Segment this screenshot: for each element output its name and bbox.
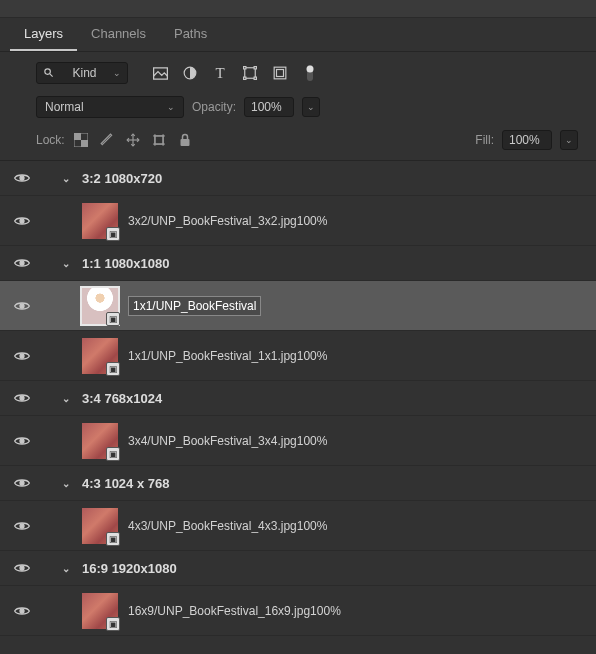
svg-point-0: [45, 68, 51, 74]
layer-name-label[interactable]: 3x4/UNP_BookFestival_3x4.jpg100%: [128, 434, 327, 448]
layer-group-row[interactable]: ⌄ 16:9 1920x1080: [0, 551, 596, 586]
svg-point-12: [307, 66, 314, 73]
layer-group-row[interactable]: ⌄ 3:2 1080x720: [0, 161, 596, 196]
visibility-toggle[interactable]: [10, 435, 34, 447]
svg-rect-7: [244, 77, 246, 79]
layer-group-row[interactable]: ⌄ 4:3 1024 x 768: [0, 466, 596, 501]
layer-thumbnail[interactable]: ▣: [82, 593, 118, 629]
blend-mode-dropdown[interactable]: Normal ⌄: [36, 96, 184, 118]
svg-rect-9: [274, 67, 286, 79]
layer-name-label[interactable]: 1x1/UNP_BookFestival_1x1.jpg100%: [128, 349, 327, 363]
svg-rect-10: [277, 70, 284, 77]
layer-row[interactable]: ▣ 1x1/UNP_BookFestival: [0, 281, 596, 331]
group-name[interactable]: 4:3 1024 x 768: [82, 476, 169, 491]
filter-shape-icon[interactable]: [242, 65, 258, 81]
search-icon: [43, 67, 54, 80]
lock-artboard-icon[interactable]: [151, 132, 167, 148]
lock-all-icon[interactable]: [177, 132, 193, 148]
group-name[interactable]: 3:2 1080x720: [82, 171, 162, 186]
group-name[interactable]: 1:1 1080x1080: [82, 256, 169, 271]
filter-adjustment-icon[interactable]: [182, 65, 198, 81]
filter-kind-dropdown[interactable]: Kind ⌄: [36, 62, 128, 84]
layer-name-label[interactable]: 4x3/UNP_BookFestival_4x3.jpg100%: [128, 519, 327, 533]
svg-point-32: [20, 524, 24, 528]
blend-mode-label: Normal: [45, 100, 84, 114]
layer-group-row[interactable]: ⌄ 3:4 768x1024: [0, 381, 596, 416]
layer-name-label[interactable]: 16x9/UNP_BookFestival_16x9.jpg100%: [128, 604, 341, 618]
svg-point-29: [20, 396, 24, 400]
filter-pixel-icon[interactable]: [152, 65, 168, 81]
layer-row[interactable]: ▣ 4x3/UNP_BookFestival_4x3.jpg100%: [0, 501, 596, 551]
filter-type-text-icon[interactable]: T: [212, 65, 228, 81]
layer-row[interactable]: ▣ 3x2/UNP_BookFestival_3x2.jpg100%: [0, 196, 596, 246]
lock-pixels-icon[interactable]: [99, 132, 115, 148]
chevron-down-icon: ⌄: [113, 68, 121, 78]
visibility-toggle[interactable]: [10, 215, 34, 227]
filter-type-icons: T: [152, 65, 318, 81]
svg-rect-14: [74, 133, 81, 140]
filter-toggle-switch[interactable]: [302, 65, 318, 81]
svg-point-34: [20, 609, 24, 613]
group-name[interactable]: 16:9 1920x1080: [82, 561, 177, 576]
lock-position-icon[interactable]: [125, 132, 141, 148]
visibility-toggle[interactable]: [10, 300, 34, 312]
visibility-toggle[interactable]: [10, 477, 34, 489]
layer-thumbnail[interactable]: ▣: [82, 508, 118, 544]
smartobject-badge-icon: ▣: [106, 532, 120, 546]
visibility-toggle[interactable]: [10, 172, 34, 184]
disclosure-toggle[interactable]: ⌄: [62, 478, 78, 489]
smartobject-badge-icon: ▣: [106, 362, 120, 376]
visibility-toggle[interactable]: [10, 520, 34, 532]
opacity-flyout-button[interactable]: ⌄: [302, 97, 320, 117]
layer-row[interactable]: ▣ 1x1/UNP_BookFestival_1x1.jpg100%: [0, 331, 596, 381]
tab-channels[interactable]: Channels: [77, 18, 160, 51]
layer-thumbnail[interactable]: ▣: [82, 203, 118, 239]
visibility-toggle[interactable]: [10, 562, 34, 574]
svg-rect-5: [244, 67, 246, 69]
chevron-down-icon: ⌄: [167, 102, 175, 112]
lock-fill-toolbar: Lock: Fill: 100% ⌄: [0, 124, 596, 160]
svg-line-1: [50, 73, 53, 76]
layer-group-row[interactable]: ⌄ 1:1 1080x1080: [0, 246, 596, 281]
layer-thumbnail[interactable]: ▣: [82, 338, 118, 374]
visibility-toggle[interactable]: [10, 257, 34, 269]
filter-smartobject-icon[interactable]: [272, 65, 288, 81]
filter-kind-label: Kind: [72, 66, 96, 80]
visibility-toggle[interactable]: [10, 392, 34, 404]
layer-filter-toolbar: Kind ⌄ T: [0, 52, 596, 90]
visibility-toggle[interactable]: [10, 605, 34, 617]
visibility-toggle[interactable]: [10, 350, 34, 362]
svg-rect-6: [254, 67, 256, 69]
svg-point-24: [20, 176, 24, 180]
disclosure-toggle[interactable]: ⌄: [62, 563, 78, 574]
tab-paths[interactable]: Paths: [160, 18, 221, 51]
svg-point-33: [20, 566, 24, 570]
svg-point-30: [20, 439, 24, 443]
panel-tabs: Layers Channels Paths: [0, 18, 596, 52]
lock-transparency-icon[interactable]: [73, 132, 89, 148]
svg-point-27: [20, 304, 24, 308]
svg-rect-18: [155, 136, 163, 144]
panel-topstrip: [0, 0, 596, 18]
disclosure-toggle[interactable]: ⌄: [62, 393, 78, 404]
layer-row[interactable]: ▣ 16x9/UNP_BookFestival_16x9.jpg100%: [0, 586, 596, 636]
layers-panel: Layers Channels Paths Kind ⌄ T Normal ⌄ …: [0, 0, 596, 654]
svg-rect-15: [81, 140, 88, 147]
disclosure-toggle[interactable]: ⌄: [62, 173, 78, 184]
layer-name-edit-field[interactable]: 1x1/UNP_BookFestival: [128, 296, 261, 316]
svg-rect-8: [254, 77, 256, 79]
tab-layers[interactable]: Layers: [10, 18, 77, 51]
disclosure-toggle[interactable]: ⌄: [62, 258, 78, 269]
group-name[interactable]: 3:4 768x1024: [82, 391, 162, 406]
layers-list: ⌄ 3:2 1080x720 ▣ 3x2/UNP_BookFestival_3x…: [0, 160, 596, 654]
blend-opacity-toolbar: Normal ⌄ Opacity: 100% ⌄: [0, 90, 596, 124]
smartobject-badge-icon: ▣: [106, 227, 120, 241]
layer-row[interactable]: ▣ 3x4/UNP_BookFestival_3x4.jpg100%: [0, 416, 596, 466]
fill-value-field[interactable]: 100%: [502, 130, 552, 150]
fill-flyout-button[interactable]: ⌄: [560, 130, 578, 150]
svg-point-26: [20, 261, 24, 265]
layer-thumbnail[interactable]: ▣: [82, 423, 118, 459]
layer-name-label[interactable]: 3x2/UNP_BookFestival_3x2.jpg100%: [128, 214, 327, 228]
layer-thumbnail[interactable]: ▣: [82, 288, 118, 324]
opacity-value-field[interactable]: 100%: [244, 97, 294, 117]
